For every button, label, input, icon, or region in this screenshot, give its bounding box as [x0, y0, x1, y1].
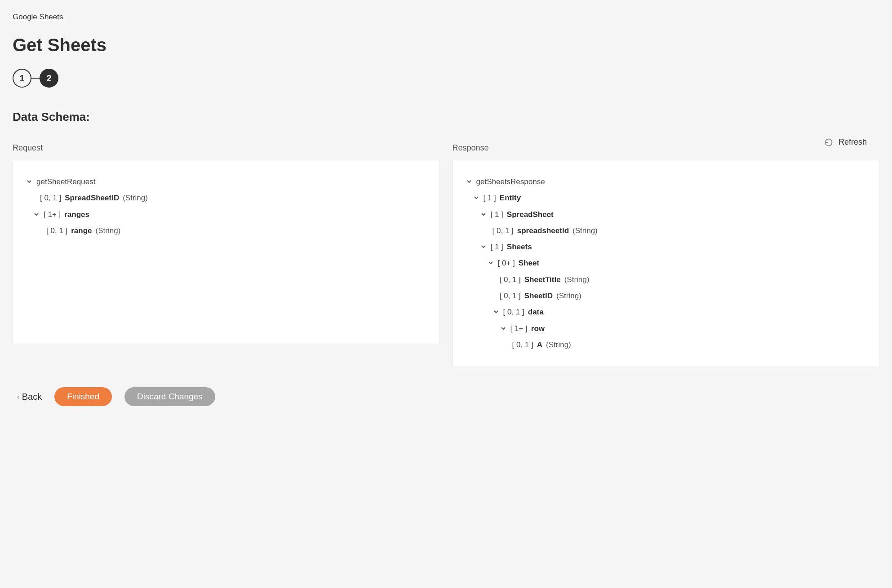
chevron-down-icon: [481, 244, 487, 249]
step-connector: [31, 78, 40, 79]
section-heading: Data Schema:: [13, 110, 879, 124]
tree-node-expandable[interactable]: [ 1 ] Sheets: [481, 240, 866, 254]
node-cardinality: [ 1 ]: [484, 191, 496, 205]
response-panel: getSheetsResponse [ 1 ] Entity [ 1 ] Spr…: [453, 160, 880, 367]
node-cardinality: [ 0, 1 ]: [493, 224, 514, 238]
node-cardinality: [ 1+ ]: [44, 208, 61, 222]
node-cardinality: [ 0+ ]: [498, 256, 515, 270]
step-1[interactable]: 1: [13, 69, 31, 88]
node-name: ranges: [64, 208, 89, 222]
chevron-down-icon: [488, 260, 494, 265]
node-name: range: [71, 224, 92, 238]
chevron-down-icon: [27, 179, 33, 184]
response-label: Response: [453, 143, 880, 153]
node-type: (String): [123, 191, 148, 205]
tree-node-root[interactable]: getSheetsResponse: [466, 175, 866, 189]
tree-node-leaf[interactable]: [ 0, 1 ] spreadsheetId (String): [493, 224, 866, 238]
node-name: SheetID: [524, 289, 553, 303]
tree-node-root[interactable]: getSheetRequest: [27, 175, 426, 189]
node-label: getSheetsResponse: [476, 175, 545, 189]
tree-node-leaf[interactable]: [ 0, 1 ] range (String): [46, 224, 426, 238]
chevron-down-icon: [474, 195, 480, 200]
node-name: SpreadSheetID: [65, 191, 119, 205]
node-type: (String): [546, 338, 571, 352]
chevron-down-icon: [493, 309, 500, 314]
chevron-left-icon: ‹: [17, 393, 19, 400]
node-cardinality: [ 1+ ]: [510, 322, 528, 336]
node-cardinality: [ 0, 1 ]: [512, 338, 533, 352]
node-cardinality: [ 1 ]: [491, 208, 503, 222]
back-label: Back: [22, 392, 42, 402]
finished-button[interactable]: Finished: [54, 387, 112, 406]
node-name: Sheets: [507, 240, 532, 254]
chevron-down-icon: [34, 212, 40, 217]
node-type: (String): [572, 224, 598, 238]
node-name: Sheet: [519, 256, 539, 270]
page-title: Get Sheets: [13, 35, 879, 55]
breadcrumb-link[interactable]: Google Sheets: [13, 13, 63, 21]
tree-node-expandable[interactable]: [ 1+ ] row: [501, 322, 866, 336]
node-cardinality: [ 1 ]: [491, 240, 503, 254]
stepper: 1 2: [13, 69, 879, 88]
request-label: Request: [13, 143, 440, 153]
tree-node-expandable[interactable]: [ 1 ] Entity: [474, 191, 866, 205]
node-type: (String): [564, 273, 590, 287]
response-column: Response getSheetsResponse [ 1 ] Entity …: [453, 143, 880, 367]
node-name: SpreadSheet: [507, 208, 554, 222]
tree-node-leaf[interactable]: [ 0, 1 ] SheetTitle (String): [500, 273, 866, 287]
tree-node-expandable[interactable]: [ 1+ ] ranges: [34, 208, 426, 222]
tree-node-expandable[interactable]: [ 0+ ] Sheet: [488, 256, 866, 270]
node-cardinality: [ 0, 1 ]: [40, 191, 61, 205]
discard-button[interactable]: Discard Changes: [124, 387, 215, 406]
request-panel: getSheetRequest [ 0, 1 ] SpreadSheetID (…: [13, 160, 440, 344]
tree-node-leaf[interactable]: [ 0, 1 ] A (String): [512, 338, 866, 352]
node-name: A: [537, 338, 542, 352]
node-cardinality: [ 0, 1 ]: [46, 224, 67, 238]
node-name: spreadsheetId: [517, 224, 569, 238]
node-name: Entity: [500, 191, 521, 205]
node-cardinality: [ 0, 1 ]: [500, 273, 521, 287]
request-column: Request getSheetRequest [ 0, 1 ] SpreadS…: [13, 143, 440, 367]
back-button[interactable]: ‹ Back: [17, 392, 42, 402]
node-label: getSheetRequest: [36, 175, 95, 189]
chevron-down-icon: [501, 326, 507, 331]
node-type: (String): [96, 224, 121, 238]
tree-node-expandable[interactable]: [ 1 ] SpreadSheet: [481, 208, 866, 222]
tree-node-leaf[interactable]: [ 0, 1 ] SpreadSheetID (String): [40, 191, 426, 205]
node-name: row: [531, 322, 545, 336]
node-name: data: [528, 305, 544, 319]
node-cardinality: [ 0, 1 ]: [500, 289, 521, 303]
footer-actions: ‹ Back Finished Discard Changes: [13, 387, 879, 406]
chevron-down-icon: [481, 212, 487, 217]
node-cardinality: [ 0, 1 ]: [503, 305, 524, 319]
chevron-down-icon: [466, 179, 473, 184]
tree-node-leaf[interactable]: [ 0, 1 ] SheetID (String): [500, 289, 866, 303]
node-name: SheetTitle: [524, 273, 561, 287]
tree-node-expandable[interactable]: [ 0, 1 ] data: [493, 305, 866, 319]
node-type: (String): [556, 289, 581, 303]
step-2[interactable]: 2: [40, 69, 58, 88]
